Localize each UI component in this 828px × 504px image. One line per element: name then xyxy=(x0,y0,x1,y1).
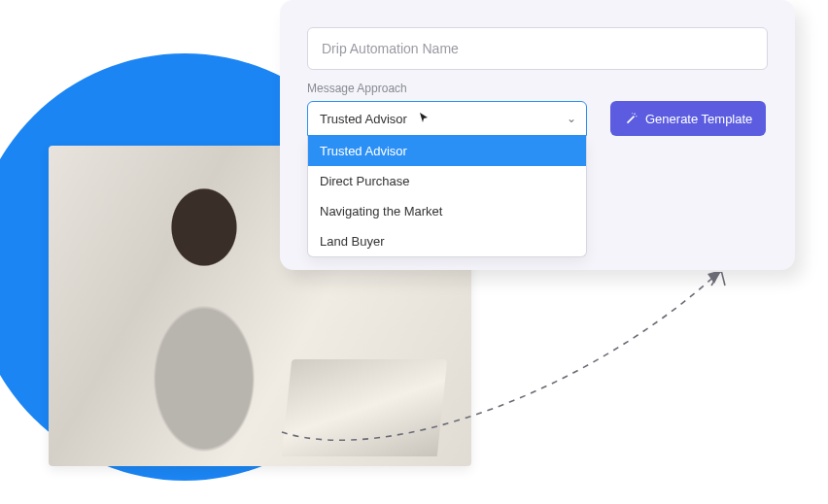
svg-point-2 xyxy=(632,113,633,114)
generate-template-label: Generate Template xyxy=(645,112,752,126)
message-approach-label: Message Approach xyxy=(307,82,587,95)
svg-point-0 xyxy=(634,114,636,116)
magic-wand-icon xyxy=(624,112,638,125)
automation-card: Message Approach Trusted Advisor ⌄ Trust… xyxy=(280,0,795,270)
automation-name-input[interactable] xyxy=(307,27,768,70)
message-approach-dropdown: Trusted Advisor Direct Purchase Navigati… xyxy=(307,136,587,257)
dropdown-option[interactable]: Navigating the Market xyxy=(308,196,586,226)
svg-point-1 xyxy=(636,116,637,117)
dropdown-option[interactable]: Direct Purchase xyxy=(308,166,586,196)
generate-template-button[interactable]: Generate Template xyxy=(610,101,766,136)
dropdown-option[interactable]: Trusted Advisor xyxy=(308,136,586,166)
chevron-down-icon: ⌄ xyxy=(567,112,576,125)
dropdown-option[interactable]: Land Buyer xyxy=(308,226,586,256)
cursor-icon xyxy=(418,112,430,126)
message-approach-select[interactable]: Trusted Advisor ⌄ xyxy=(307,101,587,136)
message-approach-selected: Trusted Advisor xyxy=(320,112,407,126)
